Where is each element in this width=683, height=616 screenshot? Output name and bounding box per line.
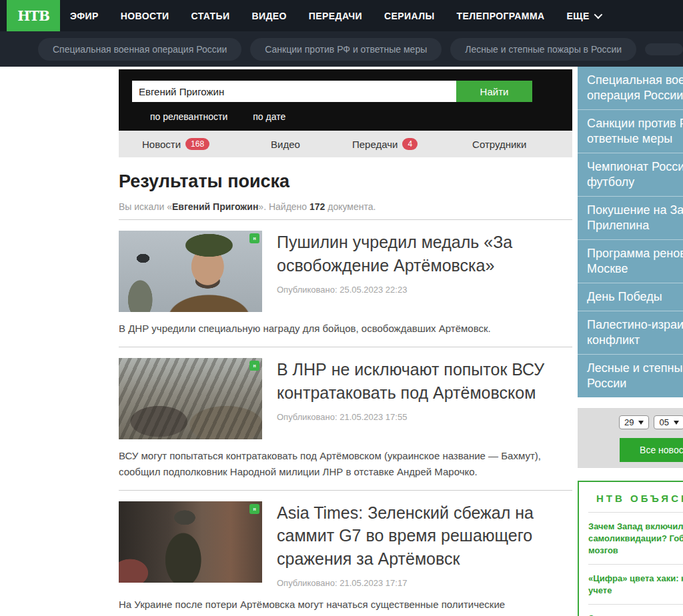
hot-topic-victory-day[interactable]: День Победы — [578, 283, 683, 311]
result-description: ВСУ могут попытаться контратаковать под … — [119, 448, 552, 479]
ntv-explains-header: НТВ ОБЪЯСНЯЕТ — [596, 493, 683, 504]
explains-item-scooters[interactable]: Электросамокаты в городах: по новым прав… — [588, 604, 683, 616]
topic-line: операция России — [587, 88, 683, 103]
hot-topic-renovation[interactable]: Программа реновации в Москве — [578, 240, 683, 283]
sort-by-relevance[interactable]: по релевантности — [150, 111, 227, 122]
result-published: Опубликовано: 21.05.2023 17:55 — [277, 412, 560, 422]
topic-line: Специальная военная — [587, 73, 683, 88]
tab-news[interactable]: Новости 168 — [142, 138, 209, 150]
explains-item-digital[interactable]: «Цифра» цвета хаки: новое в воинском уче… — [588, 564, 683, 604]
result-title-link[interactable]: В ЛНР не исключают попыток ВСУ контратак… — [277, 358, 560, 404]
tab-video-label: Видео — [271, 139, 300, 150]
result-thumbnail[interactable]: н — [119, 501, 262, 583]
topic-line: Москве — [587, 261, 683, 277]
page-title: Результаты поиска — [119, 171, 572, 192]
summary-mid: ». Найдено — [258, 201, 309, 212]
day-select-value: 29 — [624, 417, 634, 427]
topic-line: России — [587, 376, 683, 391]
topics-bar: Специальная военная операция России Санк… — [0, 31, 683, 67]
topic-line: Прилепина — [587, 218, 683, 233]
hot-topic-svo[interactable]: Специальная военная операция России — [578, 67, 683, 110]
summary-count: 172 — [309, 201, 325, 212]
sort-by-date[interactable]: по дате — [253, 111, 285, 122]
hot-topic-football[interactable]: Чемпионат России по футболу — [578, 153, 683, 197]
result-published: Опубликовано: 25.05.2023 22:23 — [277, 285, 560, 295]
nav-item-articles[interactable]: СТАТЬИ — [191, 11, 230, 21]
topic-pill-sanctions[interactable]: Санкции против РФ и ответные меры — [250, 38, 442, 61]
tab-news-count-badge: 168 — [185, 138, 209, 150]
result-title-link[interactable]: Пушилин учредил медаль «За освобождение … — [277, 231, 560, 277]
search-button[interactable]: Найти — [456, 81, 532, 102]
chevron-down-icon — [674, 421, 679, 425]
search-panel: Найти по релевантности по дате — [119, 69, 572, 131]
explains-item-west[interactable]: Зачем Запад включил механизм самоликвида… — [588, 512, 683, 564]
main-menu: ЭФИР НОВОСТИ СТАТЬИ ВИДЕО ПЕРЕДАЧИ СЕРИА… — [70, 0, 600, 31]
tab-news-label: Новости — [142, 139, 181, 150]
topic-pill-fires[interactable]: Лесные и степные пожары в России — [450, 38, 636, 61]
explains-line: «Цифра» цвета хаки: новое в воинском — [588, 573, 683, 585]
topic-pill-partial[interactable] — [645, 43, 683, 55]
ntv-logo[interactable]: НТВ — [7, 0, 60, 32]
explains-line: учете — [588, 585, 683, 597]
search-result-item: н Пушилин учредил медаль «За освобождени… — [119, 220, 572, 347]
news-archive-box: 29 05 Все новости — [578, 408, 683, 468]
hot-topics-list: Специальная военная операция России Санк… — [578, 67, 683, 397]
ntv-watermark-icon: н — [249, 361, 259, 371]
search-result-item: н В ЛНР не исключают попыток ВСУ контрат… — [119, 347, 572, 490]
search-summary: Вы искали «Евгений Пригожин». Найдено 17… — [119, 201, 572, 220]
topic-line: Палестино-израильский — [587, 317, 683, 333]
search-results-column: Найти по релевантности по дате Новости 1… — [119, 67, 572, 616]
tab-video[interactable]: Видео — [271, 139, 300, 150]
nav-item-shows[interactable]: ПЕРЕДАЧИ — [309, 11, 362, 21]
topic-line: День Победы — [587, 289, 683, 305]
summary-suffix: документа. — [325, 201, 376, 212]
explains-line: Зачем Запад включил механизм — [588, 521, 683, 533]
ntv-logo-text: НТВ — [17, 8, 49, 24]
topic-pill-svo[interactable]: Специальная военная операция России — [38, 38, 241, 61]
topic-line: ответные меры — [587, 131, 683, 147]
hot-topic-prilepin[interactable]: Покушение на Захара Прилепина — [578, 197, 683, 240]
nav-item-news[interactable]: НОВОСТИ — [121, 11, 169, 21]
nav-item-video[interactable]: ВИДЕО — [251, 11, 286, 21]
nav-item-efir[interactable]: ЭФИР — [70, 11, 99, 21]
hot-topic-sanctions[interactable]: Санкции против РФ и ответные меры — [578, 110, 683, 153]
explains-line: Электросамокаты в городах: по — [588, 613, 683, 616]
result-description: В ДНР учредили специальную награду для б… — [119, 321, 552, 336]
result-thumbnail[interactable]: н — [119, 231, 262, 312]
explains-line: самоликвидации? Гоблин без — [588, 533, 683, 545]
hot-topic-palestine[interactable]: Палестино-израильский конфликт — [578, 311, 683, 355]
topic-line: Покушение на Захара — [587, 203, 683, 218]
nav-item-more[interactable]: ЕЩЕ — [566, 11, 600, 21]
summary-query: Евгений Пригожин — [172, 201, 258, 212]
search-input[interactable] — [132, 81, 456, 102]
result-published: Опубликовано: 21.05.2023 17:17 — [277, 578, 560, 588]
topic-line: футболу — [587, 175, 683, 190]
day-select[interactable]: 29 — [619, 415, 649, 429]
result-tabs: Новости 168 Видео Передачи 4 Сотрудники — [119, 131, 572, 157]
nav-item-tvprogram[interactable]: ТЕЛЕПРОГРАММА — [457, 11, 545, 21]
result-title-link[interactable]: Asia Times: Зеленский сбежал на саммит G… — [277, 501, 560, 571]
topic-line: Санкции против РФ и — [587, 116, 683, 131]
topic-line: конфликт — [587, 333, 683, 348]
chevron-down-icon — [638, 421, 644, 425]
topic-line: Программа реновации в — [587, 246, 683, 261]
ntv-watermark-icon: н — [249, 504, 259, 514]
tab-shows[interactable]: Передачи 4 — [352, 138, 418, 150]
result-thumbnail[interactable]: н — [119, 358, 262, 439]
result-description: На Украине после потери Артёмовска могут… — [119, 597, 552, 616]
hot-topic-fires[interactable]: Лесные и степные пожары в России — [578, 355, 683, 397]
topic-line: Чемпионат России по — [587, 159, 683, 175]
nav-item-serials[interactable]: СЕРИАЛЫ — [384, 11, 434, 21]
summary-prefix: Вы искали « — [119, 201, 172, 212]
tab-staff-label: Сотрудники — [472, 139, 526, 150]
all-news-button[interactable]: Все новости — [620, 438, 683, 462]
tab-staff[interactable]: Сотрудники — [472, 139, 526, 150]
right-sidebar: Специальная военная операция России Санк… — [578, 67, 683, 616]
search-result-item: н Asia Times: Зеленский сбежал на саммит… — [119, 490, 572, 616]
tab-shows-count-badge: 4 — [402, 138, 418, 150]
ntv-watermark-icon: н — [249, 233, 259, 243]
month-select[interactable]: 05 — [654, 415, 683, 429]
top-navigation: НТВ ЭФИР НОВОСТИ СТАТЬИ ВИДЕО ПЕРЕДАЧИ С… — [0, 0, 683, 31]
ntv-explains-box: НТВ ОБЪЯСНЯЕТ Зачем Запад включил механи… — [578, 481, 683, 616]
topic-line: Лесные и степные пожары в — [587, 361, 683, 376]
